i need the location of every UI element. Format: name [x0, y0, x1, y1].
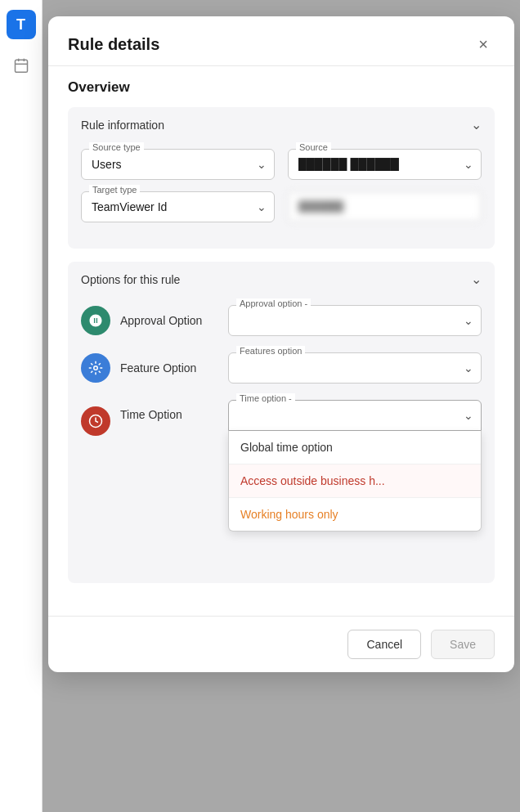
target-type-label: Target type — [89, 185, 140, 195]
source-select[interactable]: ██████ ██████ — [288, 149, 482, 180]
rule-information-content: Source type Users ⌄ — [68, 142, 495, 249]
feature-option-row: Feature Option Features option ⌄ — [68, 344, 495, 392]
target-row: Target type TeamViewer Id ⌄ — [68, 191, 495, 236]
options-section-label: Options for this rule — [81, 273, 180, 286]
sidebar: T — [0, 0, 43, 812]
source-type-select[interactable]: Users — [81, 149, 275, 180]
close-button[interactable]: × — [472, 33, 495, 56]
time-option-dropdown: Global time option Access outside busine… — [228, 431, 482, 532]
modal-header: Rule details × — [48, 16, 514, 66]
time-option-working-hours[interactable]: Working hours only — [229, 498, 481, 531]
time-option-outside-business[interactable]: Access outside business h... — [229, 464, 481, 498]
approval-field-label: Approval option - — [236, 298, 311, 308]
target-type-select-wrapper: TeamViewer Id ⌄ — [81, 191, 275, 222]
source-type-label: Source type — [89, 142, 144, 152]
feature-option-select-wrapper: Features option ⌄ — [228, 352, 482, 384]
target-type-field: Target type TeamViewer Id ⌄ — [81, 191, 275, 222]
feature-option-label: Feature Option — [120, 361, 218, 375]
overview-title: Overview — [68, 79, 495, 96]
time-option-select-wrapper: Time option - ⌄ Global time option A — [228, 400, 482, 431]
source-select-wrapper: ██████ ██████ ⌄ — [288, 149, 482, 180]
feature-option-select[interactable] — [228, 352, 482, 384]
modal-overlay: Rule details × Overview Rule information… — [43, 0, 520, 812]
svg-point-8 — [94, 366, 98, 370]
svg-rect-7 — [97, 318, 99, 323]
source-label: Source — [296, 142, 331, 152]
options-section-header[interactable]: Options for this rule ⌄ — [68, 262, 495, 297]
time-field-label: Time option - — [236, 393, 295, 403]
rule-details-modal: Rule details × Overview Rule information… — [48, 16, 514, 672]
target-type-select[interactable]: TeamViewer Id — [81, 191, 275, 222]
source-type-select-wrapper: Users ⌄ — [81, 149, 275, 180]
app-container: T Rule details × Overview — [0, 0, 520, 812]
time-option-label: Time Option — [120, 408, 218, 421]
approval-option-label: Approval Option — [120, 314, 218, 327]
time-option-icon — [81, 406, 110, 436]
app-logo: T — [7, 10, 36, 39]
options-section: Options for this rule ⌄ — [68, 262, 495, 583]
approval-option-select-wrapper: Approval option - ⌄ — [228, 305, 482, 336]
sidebar-calendar-icon[interactable] — [8, 52, 34, 79]
approval-option-row: Approval Option Approval option - ⌄ — [68, 297, 495, 344]
time-select-outer: ⌄ — [228, 400, 482, 431]
rule-information-chevron-icon: ⌄ — [471, 117, 482, 132]
approval-select-outer: ⌄ — [228, 305, 482, 336]
rule-information-label: Rule information — [81, 119, 164, 132]
source-row: Source type Users ⌄ — [68, 149, 495, 180]
target-value-field — [288, 191, 482, 222]
rule-information-header[interactable]: Rule information ⌄ — [68, 107, 495, 142]
cancel-button[interactable]: Cancel — [347, 630, 421, 659]
time-option-global[interactable]: Global time option — [229, 431, 481, 464]
target-value-input[interactable] — [288, 191, 482, 222]
options-section-chevron-icon: ⌄ — [471, 271, 482, 287]
svg-rect-6 — [92, 318, 94, 323]
source-type-field: Source type Users ⌄ — [81, 149, 275, 180]
feature-field-label: Features option — [236, 346, 305, 356]
approval-option-select[interactable] — [228, 305, 482, 336]
rule-information-section: Rule information ⌄ Source type — [68, 107, 495, 249]
source-field: Source ██████ ██████ ⌄ — [288, 149, 482, 180]
modal-title: Rule details — [68, 35, 159, 54]
modal-footer: Cancel Save — [48, 616, 514, 672]
feature-select-outer: ⌄ — [228, 352, 482, 384]
save-button[interactable]: Save — [431, 630, 495, 659]
approval-option-icon — [81, 306, 110, 335]
feature-option-icon — [81, 353, 110, 383]
time-option-row: Time Option Time option - ⌄ — [68, 392, 495, 436]
main-content: Rule details × Overview Rule information… — [43, 0, 520, 812]
svg-rect-0 — [15, 60, 27, 72]
modal-body: Overview Rule information ⌄ — [48, 66, 514, 616]
time-option-select[interactable] — [228, 400, 482, 431]
